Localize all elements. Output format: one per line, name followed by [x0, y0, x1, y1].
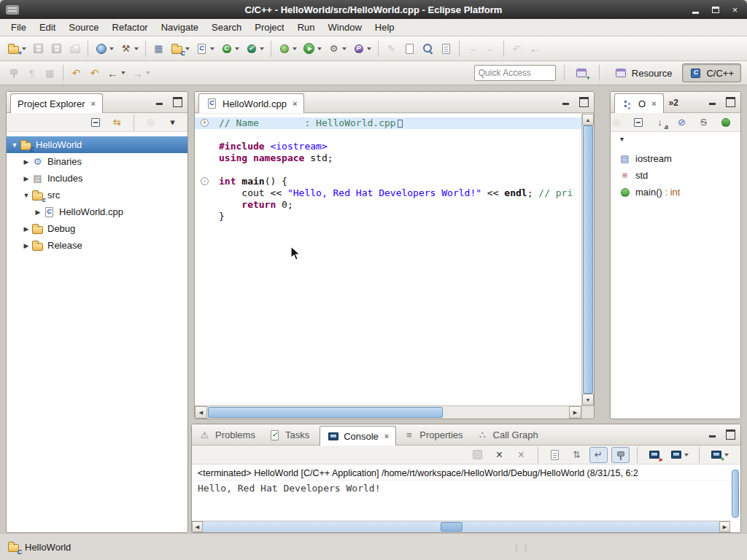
- vertical-scrollbar-thumb[interactable]: [583, 125, 593, 394]
- scrollbar-track[interactable]: [203, 521, 719, 532]
- twistie-icon[interactable]: ▶: [33, 209, 43, 216]
- close-icon[interactable]: ×: [651, 99, 656, 108]
- open-console-grid-button[interactable]: ▦: [150, 39, 168, 58]
- menu-edit[interactable]: Edit: [33, 20, 62, 35]
- code-editor[interactable]: +// Name : HelloWorld.cpp#include <iostr…: [195, 114, 581, 405]
- pin-console-button[interactable]: [611, 447, 630, 463]
- fold-collapse-icon[interactable]: -: [201, 177, 209, 185]
- tree-menu-arrow-icon[interactable]: ▾: [611, 132, 740, 144]
- tab-outline[interactable]: O ×: [614, 93, 664, 113]
- twistie-icon[interactable]: ▶: [21, 158, 31, 166]
- perspective-resource-button[interactable]: Resource: [608, 63, 680, 82]
- menu-run[interactable]: Run: [291, 20, 322, 35]
- console-vertical-scrollbar[interactable]: [732, 470, 739, 518]
- tab-properties[interactable]: ≡Properties: [396, 425, 469, 445]
- console-horizontal-scrollbar[interactable]: ◀ ▶: [192, 521, 730, 532]
- last-edit-location-button[interactable]: ↶: [85, 63, 104, 82]
- clear-console-button[interactable]: [546, 447, 564, 463]
- profile-button[interactable]: P: [349, 39, 374, 58]
- scroll-lock-button[interactable]: ⇅: [568, 447, 586, 463]
- remove-launch-button[interactable]: ×: [490, 447, 508, 463]
- tree-item-binaries[interactable]: ▶⚙Binaries: [7, 153, 187, 170]
- collapse-all-button[interactable]: [86, 114, 104, 131]
- menu-file[interactable]: File: [4, 20, 33, 35]
- close-icon[interactable]: ×: [90, 99, 95, 108]
- scrollbar-track[interactable]: [207, 406, 569, 419]
- horizontal-scrollbar-thumb[interactable]: [208, 407, 443, 418]
- hide-fields-button[interactable]: ⊘: [673, 114, 691, 131]
- scroll-left-button[interactable]: ◀: [195, 406, 207, 419]
- tab-project-explorer[interactable]: Project Explorer ×: [10, 93, 103, 113]
- editor-horizontal-scrollbar[interactable]: ◀ ▶: [195, 405, 581, 419]
- twistie-icon[interactable]: ▼: [9, 141, 20, 149]
- sort-button[interactable]: ↓a: [651, 114, 669, 131]
- open-perspective-button[interactable]: +: [573, 63, 591, 82]
- scroll-left-button[interactable]: ◀: [192, 521, 203, 532]
- word-wrap-button[interactable]: ↵: [589, 447, 608, 463]
- new-class-button[interactable]: C: [217, 39, 242, 58]
- tab-call-graph[interactable]: ∴Call Graph: [470, 425, 545, 445]
- hide-non-public-button[interactable]: [716, 114, 735, 131]
- menu-window[interactable]: Window: [322, 20, 368, 35]
- new-c-project-button[interactable]: C: [168, 39, 193, 58]
- view-menu-button[interactable]: ▾: [163, 114, 182, 131]
- code-coverage-button[interactable]: ✓: [242, 39, 267, 58]
- new-wizard-button[interactable]: +: [4, 39, 29, 58]
- tree-item-includes[interactable]: ▶▤Includes: [7, 170, 187, 187]
- window-close-button[interactable]: ×: [729, 4, 741, 16]
- tree-item-helloworld[interactable]: ▼CHelloWorld: [7, 136, 187, 153]
- perspective-c-c-button[interactable]: CC/C++: [682, 63, 741, 82]
- previous-edit-location-button[interactable]: ↶: [67, 63, 85, 82]
- outline-item-main-int[interactable]: main() : int: [611, 184, 740, 201]
- maximize-view-button[interactable]: [726, 429, 735, 438]
- new-c-source-file-button[interactable]: C: [193, 39, 217, 58]
- hide-static-button[interactable]: S: [694, 114, 713, 131]
- quick-access-input[interactable]: [474, 65, 556, 81]
- menu-source[interactable]: Source: [62, 20, 105, 35]
- outline-item-std[interactable]: ≡std: [611, 167, 740, 184]
- window-maximize-button[interactable]: [709, 4, 721, 16]
- display-selected-console-button[interactable]: ▸: [645, 447, 663, 463]
- minimize-view-button[interactable]: [708, 429, 718, 438]
- tab-helloworld-cpp[interactable]: C HelloWorld.cpp ×: [198, 93, 304, 113]
- tab-problems[interactable]: ⚠Problems: [192, 425, 262, 445]
- maximize-view-button[interactable]: [726, 97, 735, 106]
- open-console-dropdown-button[interactable]: [667, 447, 692, 463]
- tab-console[interactable]: Console×: [320, 426, 396, 446]
- window-minimize-button[interactable]: [689, 4, 702, 16]
- open-element-button[interactable]: [400, 39, 419, 58]
- twistie-icon[interactable]: ▶: [21, 225, 31, 233]
- tree-item-debug[interactable]: ▶Debug: [7, 220, 187, 237]
- back-button[interactable]: ←: [104, 63, 128, 82]
- maximize-view-button[interactable]: [173, 97, 182, 106]
- twistie-icon[interactable]: ▶: [21, 175, 31, 182]
- browser-button[interactable]: [92, 39, 117, 58]
- run-button[interactable]: [300, 39, 325, 58]
- tree-item-helloworld-cpp[interactable]: ▶CHelloWorld.cpp: [7, 203, 187, 220]
- tab-tasks[interactable]: ✓Tasks: [262, 425, 316, 445]
- tree-item-src[interactable]: ▼csrc: [7, 187, 187, 203]
- scroll-up-button[interactable]: ▲: [582, 114, 594, 125]
- collapse-all-button[interactable]: [629, 114, 647, 131]
- tree-item-release[interactable]: ▶Release: [7, 237, 187, 254]
- minimize-view-button[interactable]: [155, 97, 165, 106]
- menu-navigate[interactable]: Navigate: [155, 20, 205, 35]
- build-all-button[interactable]: ⚒: [117, 39, 142, 58]
- outline-item-iostream[interactable]: ▤iostream: [611, 150, 740, 167]
- menu-search[interactable]: Search: [205, 20, 248, 35]
- debug-button[interactable]: [275, 39, 300, 58]
- close-icon[interactable]: ×: [384, 432, 389, 440]
- maximize-editor-button[interactable]: [579, 97, 589, 106]
- horizontal-scrollbar-thumb[interactable]: [441, 522, 462, 532]
- scroll-right-button[interactable]: ▶: [569, 406, 581, 419]
- scroll-down-button[interactable]: ▼: [582, 394, 594, 405]
- search-button[interactable]: [419, 39, 437, 58]
- menu-help[interactable]: Help: [368, 20, 401, 35]
- twistie-icon[interactable]: ▶: [21, 242, 31, 249]
- twistie-icon[interactable]: ▼: [21, 192, 31, 199]
- link-with-editor-button[interactable]: ⇆: [108, 114, 126, 131]
- minimize-editor-button[interactable]: [562, 97, 571, 106]
- scroll-right-button[interactable]: ▶: [719, 521, 730, 532]
- menu-project[interactable]: Project: [248, 20, 290, 35]
- editor-vertical-scrollbar[interactable]: ▲ ▼: [581, 114, 594, 405]
